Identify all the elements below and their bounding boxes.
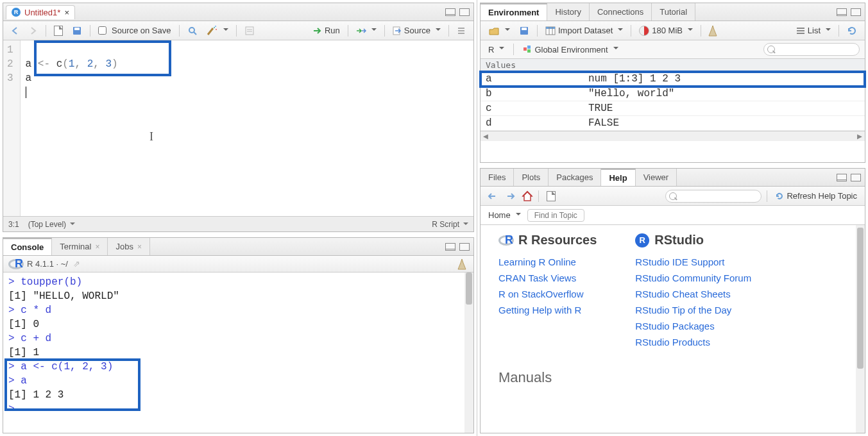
refresh-env-icon[interactable]	[844, 24, 860, 37]
r-logo-icon: R	[8, 257, 23, 271]
scrollbar[interactable]	[856, 225, 865, 433]
help-back-icon[interactable]	[486, 190, 500, 203]
svg-rect-17	[546, 27, 555, 29]
console-line: [1] 0	[8, 317, 468, 331]
outline-icon[interactable]	[454, 25, 468, 37]
env-search[interactable]	[763, 43, 860, 56]
compile-report-icon[interactable]	[242, 24, 257, 37]
help-link[interactable]: R on StackOverflow	[498, 289, 597, 299]
tab-files[interactable]: Files	[481, 169, 514, 186]
cursor-position: 3:1	[8, 220, 19, 229]
text-cursor-icon: I	[149, 130, 153, 144]
import-dataset-button[interactable]: Import Dataset	[543, 24, 625, 37]
source-on-save-checkbox[interactable]: Source on Save	[96, 24, 174, 37]
svg-point-6	[215, 26, 216, 27]
help-link[interactable]: RStudio IDE Support	[635, 256, 751, 267]
rstudio-badge-icon: R	[635, 233, 649, 247]
tab-history[interactable]: History	[547, 3, 589, 21]
console-line: [1] "HELLO, WORLD"	[8, 289, 468, 303]
tab-packages[interactable]: Packages	[549, 169, 601, 186]
save-icon[interactable]	[69, 24, 85, 37]
minimize-icon[interactable]	[837, 174, 847, 181]
maximize-icon[interactable]	[851, 8, 861, 16]
env-scope-selector[interactable]: Global Environment	[520, 44, 620, 56]
env-row[interactable]: dFALSE	[481, 116, 865, 131]
help-home-dropdown[interactable]: Home	[486, 209, 523, 221]
svg-rect-23	[523, 47, 527, 51]
maximize-icon[interactable]	[459, 8, 470, 16]
help-link[interactable]: RStudio Community Forum	[635, 272, 751, 283]
svg-rect-24	[527, 46, 531, 49]
env-row[interactable]: anum [1:3] 1 2 3	[481, 72, 865, 87]
maximize-icon[interactable]	[459, 243, 470, 251]
env-section-values: Values	[481, 59, 865, 72]
help-link[interactable]: RStudio Cheat Sheets	[635, 289, 751, 299]
popout-icon[interactable]: ⇗	[73, 259, 80, 269]
file-type-selector[interactable]: R Script	[432, 220, 468, 229]
env-row[interactable]: b"Hello, world"	[481, 87, 865, 101]
back-icon[interactable]	[8, 24, 22, 37]
help-search[interactable]	[665, 190, 762, 203]
memory-usage[interactable]: 180 MiB	[636, 24, 695, 37]
console-line: > c * d	[8, 303, 468, 317]
minimize-icon[interactable]	[837, 8, 847, 16]
minimize-icon[interactable]	[445, 8, 455, 16]
clear-env-icon[interactable]	[706, 24, 719, 37]
help-link[interactable]: CRAN Task Views	[498, 272, 597, 283]
tab-console[interactable]: Console	[3, 238, 52, 255]
svg-rect-25	[527, 49, 531, 53]
tab-plots[interactable]: Plots	[514, 169, 549, 186]
print-icon[interactable]	[544, 190, 558, 203]
tab-environment[interactable]: Environment	[481, 3, 547, 21]
source-file-tab[interactable]: R Untitled1* ×	[6, 5, 75, 19]
help-forward-icon[interactable]	[504, 190, 518, 203]
maximize-icon[interactable]	[851, 174, 861, 181]
console-info: R 4.1.1 · ~/	[27, 259, 68, 269]
source-editor[interactable]: 1 2 3 a <- c(1, 2, 3) a I	[3, 40, 473, 216]
help-tabbar: Files Plots Packages Help Viewer	[481, 169, 865, 187]
language-selector[interactable]: R	[486, 44, 507, 56]
find-icon[interactable]	[185, 24, 200, 37]
clear-console-icon[interactable]	[455, 258, 468, 271]
help-link[interactable]: Learning R Online	[498, 256, 597, 267]
home-icon[interactable]	[522, 190, 533, 202]
save-workspace-icon[interactable]	[516, 24, 532, 37]
show-in-new-window-icon[interactable]	[51, 24, 65, 37]
source-button[interactable]: Source	[390, 24, 443, 37]
code-tools-icon[interactable]	[204, 24, 231, 37]
tab-terminal[interactable]: Terminal×	[52, 238, 108, 255]
view-mode-selector[interactable]: List	[794, 24, 833, 37]
help-content: RR Resources Learning R OnlineCRAN Task …	[481, 225, 865, 433]
find-in-topic-input[interactable]: Find in Topic	[527, 209, 584, 222]
rerun-icon[interactable]	[353, 26, 379, 36]
code-area[interactable]: a <- c(1, 2, 3) a	[21, 40, 123, 216]
tab-viewer[interactable]: Viewer	[636, 169, 677, 186]
h-scrollbar[interactable]: ◄►	[481, 131, 865, 141]
scope-selector[interactable]: (Top Level)	[28, 220, 75, 229]
help-link[interactable]: RStudio Tip of the Day	[635, 305, 751, 315]
svg-point-5	[216, 29, 217, 30]
console-line: > c + d	[8, 331, 468, 346]
source-on-save-label: Source on Save	[112, 26, 171, 35]
console-line: > toupper(b)	[8, 275, 468, 289]
forward-icon[interactable]	[26, 24, 40, 37]
svg-point-2	[189, 28, 194, 33]
tab-connections[interactable]: Connections	[590, 3, 652, 21]
env-row[interactable]: cTRUE	[481, 101, 865, 116]
run-button[interactable]: Run	[311, 24, 343, 37]
scrollbar[interactable]	[464, 272, 473, 433]
tab-help[interactable]: Help	[601, 169, 635, 186]
tab-tutorial[interactable]: Tutorial	[652, 3, 695, 21]
refresh-help-button[interactable]: Refresh Help Topic	[772, 190, 860, 202]
help-link[interactable]: RStudio Products	[635, 337, 751, 348]
svg-point-4	[214, 27, 215, 28]
tab-jobs[interactable]: Jobs×	[108, 238, 149, 255]
console-output[interactable]: > toupper(b)[1] "HELLO, WORLD"> c * d[1]…	[3, 272, 473, 433]
load-workspace-icon[interactable]	[486, 24, 513, 37]
help-link[interactable]: RStudio Packages	[635, 321, 751, 331]
console-line: > a	[8, 374, 468, 388]
close-icon[interactable]: ×	[64, 8, 69, 17]
env-tabbar: Environment History Connections Tutorial	[481, 3, 865, 21]
minimize-icon[interactable]	[445, 243, 455, 251]
help-link[interactable]: Getting Help with R	[498, 305, 597, 315]
